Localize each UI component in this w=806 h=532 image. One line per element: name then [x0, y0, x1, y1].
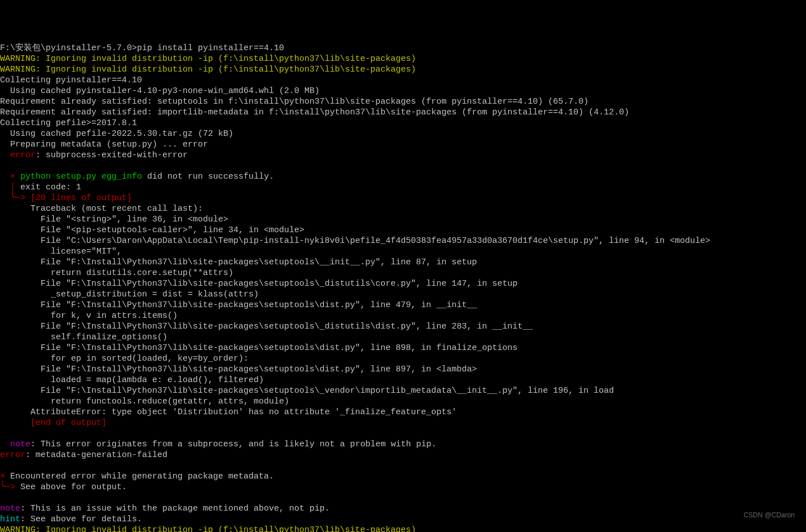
prompt: F:\安装包\pyinstaller-5.7.0>: [0, 43, 137, 53]
traceback-line: File "F:\Install\Python37\lib\site-packa…: [0, 343, 806, 353]
blank-line: [0, 493, 806, 503]
note-line: note: This error originates from a subpr…: [0, 439, 806, 450]
warning-text: Ignoring invalid distribution -ip (f:\in…: [46, 54, 416, 64]
error-line: error: subprocess-exited-with-error: [0, 150, 806, 161]
warning-prefix: WARNING:: [0, 525, 46, 532]
exit-code: exit code: 1: [15, 183, 81, 192]
traceback-line: license="MIT",: [0, 246, 806, 257]
traceback-line: File "F:\Install\Python37\lib\site-packa…: [0, 300, 806, 311]
traceback-line: loaded = map(lambda e: e.load(), filtere…: [0, 375, 806, 385]
traceback-line: return distutils.core.setup(**attrs): [0, 268, 806, 278]
requirement-line: Requirement already satisfied: setuptool…: [0, 96, 806, 107]
preparing-line: Preparing metadata (setup.py) ... error: [0, 139, 806, 150]
end-output: [end of output]: [30, 418, 107, 428]
warning-text: Ignoring invalid distribution -ip (f:\in…: [46, 65, 416, 74]
traceback-line: for ep in sorted(loaded, key=by_order):: [0, 353, 806, 364]
warning-prefix: WARNING:: [0, 54, 46, 64]
note-label: note: [10, 440, 30, 449]
see-above-line: ╰─> See above for output.: [0, 482, 806, 493]
prompt-line[interactable]: F:\安装包\pyinstaller-5.7.0>pip install pyi…: [0, 43, 806, 54]
blank-line: [0, 460, 806, 471]
cached-line: Using cached pefile-2022.5.30.tar.gz (72…: [0, 128, 806, 139]
hint-text: : See above for details.: [20, 515, 142, 524]
traceback-line: _setup_distribution = dist = klass(attrs…: [0, 289, 806, 300]
hint-line: hint: See above for details.: [0, 514, 806, 525]
requirement-line: Requirement already satisfied: importlib…: [0, 107, 806, 118]
note-line: note: This is an issue with the package …: [0, 503, 806, 514]
traceback-line: return functools.reduce(getattr, attrs, …: [0, 396, 806, 407]
warning-prefix: WARNING:: [0, 65, 46, 74]
watermark: CSDN @CDaron: [743, 510, 795, 521]
terminal-output: F:\安装包\pyinstaller-5.7.0>pip install pyi…: [0, 43, 806, 532]
encountered-line: × Encountered error while generating pac…: [0, 471, 806, 482]
traceback-line: File "<pip-setuptools-caller>", line 34,…: [0, 225, 806, 236]
see-above-text: See above for output.: [20, 482, 127, 492]
exit-code-line: │ exit code: 1: [0, 182, 806, 193]
traceback-line: File "F:\Install\Python37\lib\site-packa…: [0, 257, 806, 268]
traceback-line: File "F:\Install\Python37\lib\site-packa…: [0, 364, 806, 375]
lines-output: [20 lines of output]: [30, 193, 132, 203]
cached-line: Using cached pyinstaller-4.10-py3-none-w…: [0, 86, 806, 96]
note-text: : This error originates from a subproces…: [30, 440, 436, 449]
setup-command: python setup.py egg_info: [20, 172, 142, 181]
blank-line: [0, 161, 806, 171]
error-text: : metadata-generation-failed: [25, 450, 167, 460]
encountered-text: Encountered error while generating packa…: [10, 472, 274, 481]
traceback-line: self.finalize_options(): [0, 332, 806, 343]
warning-line: WARNING: Ignoring invalid distribution -…: [0, 525, 806, 532]
x-mark-icon: ×: [0, 472, 5, 481]
traceback-line: Traceback (most recent call last):: [0, 203, 806, 214]
traceback-line: File "F:\Install\Python37\lib\site-packa…: [0, 321, 806, 332]
output-header-line: ╰─> [20 lines of output]: [0, 193, 806, 203]
traceback-line: File "F:\Install\Python37\lib\site-packa…: [0, 278, 806, 289]
arrow-icon: ╰─>: [0, 482, 20, 492]
warning-line: WARNING: Ignoring invalid distribution -…: [0, 54, 806, 64]
blank-line: [0, 428, 806, 439]
warning-text: Ignoring invalid distribution -ip (f:\in…: [46, 525, 416, 532]
hint-label: hint: [0, 515, 20, 524]
collecting-line: Collecting pyinstaller==4.10: [0, 75, 806, 86]
traceback-line: File "C:\Users\Daron\AppData\Local\Temp\…: [0, 236, 806, 246]
error-label: error: [10, 150, 36, 160]
traceback-line: File "F:\Install\Python37\lib\site-packa…: [0, 385, 806, 396]
end-output-line: [end of output]: [0, 418, 806, 428]
error-label: error: [0, 450, 25, 460]
note-text: : This is an issue with the package ment…: [20, 504, 330, 513]
traceback-line: File "<string>", line 36, in <module>: [0, 214, 806, 225]
command-text: pip install pyinstaller==4.10: [137, 43, 284, 53]
arrow-icon: ╰─>: [10, 193, 30, 203]
setup-fail-line: × python setup.py egg_info did not run s…: [0, 171, 806, 182]
attribute-error-line: AttributeError: type object 'Distributio…: [0, 407, 806, 418]
warning-line: WARNING: Ignoring invalid distribution -…: [0, 64, 806, 75]
collecting-line: Collecting pefile>=2017.8.1: [0, 118, 806, 128]
traceback-line: for k, v in attrs.items(): [0, 311, 806, 321]
setup-suffix: did not run successfully.: [142, 172, 274, 181]
error-line: error: metadata-generation-failed: [0, 450, 806, 460]
pipe-icon: │: [10, 183, 15, 192]
x-mark-icon: ×: [10, 172, 15, 181]
error-text: : subprocess-exited-with-error: [36, 150, 188, 160]
note-label: note: [0, 504, 20, 513]
